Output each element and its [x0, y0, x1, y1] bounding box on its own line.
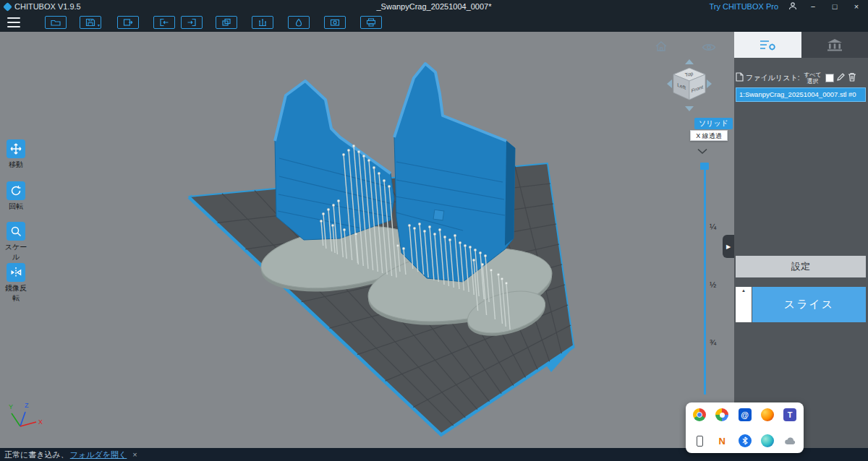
clone-model-button[interactable]: [216, 16, 237, 29]
try-pro-link[interactable]: Try CHITUBOX Pro: [709, 2, 778, 11]
rotate-icon[interactable]: [7, 181, 25, 200]
maximize-button[interactable]: □: [829, 0, 841, 13]
slice-button[interactable]: スライス: [752, 287, 866, 322]
delete-trash-icon[interactable]: [848, 72, 856, 85]
tool-move-label: 移動: [2, 160, 30, 170]
tool-move[interactable]: 移動: [2, 139, 30, 170]
onenote-n-icon[interactable]: N: [715, 434, 728, 447]
render-mode-dropdown[interactable]: X 線透過: [690, 130, 728, 141]
3d-viewport[interactable]: 移動 回転 スケール 鏡像反転: [0, 32, 734, 448]
model-fragment-cube[interactable]: [433, 210, 444, 220]
bluetooth-icon[interactable]: [739, 434, 752, 447]
clip-label-three-quarter: ¾: [710, 338, 723, 347]
view-cube-arrow-down[interactable]: [685, 106, 694, 111]
axis-y-label: Y: [9, 403, 13, 410]
select-all-checkbox[interactable]: [825, 74, 834, 82]
open-file-button[interactable]: [45, 16, 67, 29]
save-dropdown-icon[interactable]: ▾: [98, 23, 100, 27]
clip-label-quarter: ¼: [710, 223, 723, 231]
view-cube[interactable]: Top Left Front: [664, 55, 715, 114]
view-cube-arrow-left[interactable]: [667, 79, 672, 88]
axes-gizmo: Y Z X: [3, 397, 46, 437]
main-toolbar: ▾: [0, 13, 868, 32]
tool-mirror[interactable]: 鏡像反転: [2, 263, 30, 303]
axis-z-label: Z: [25, 402, 29, 409]
panel-collapse-handle[interactable]: ▶: [723, 235, 734, 258]
print-slice-button[interactable]: [360, 16, 382, 29]
move-icon[interactable]: [7, 139, 25, 158]
clip-slider-track[interactable]: [704, 165, 706, 395]
model-right[interactable]: [394, 64, 515, 282]
tab-print-settings[interactable]: [734, 32, 801, 58]
tool-rotate[interactable]: 回転: [2, 181, 30, 212]
select-all-label: すべて選択: [801, 72, 823, 85]
slider-chevron-down-icon[interactable]: [697, 145, 708, 158]
file-list-item[interactable]: 1:SwanpyCrag_20251004_0007.stl #0: [736, 87, 866, 102]
clip-label-half: ½: [710, 280, 723, 289]
menu-hamburger-icon[interactable]: [7, 17, 20, 27]
tool-mirror-label: 鏡像反転: [2, 283, 30, 303]
chrome-icon[interactable]: [693, 408, 706, 421]
teams-icon[interactable]: T: [783, 408, 796, 421]
slice-expand-toggle[interactable]: ▲: [736, 287, 752, 322]
import-model-button[interactable]: [153, 16, 175, 29]
status-message: 正常に書き込み、: [4, 449, 69, 460]
tool-scale-label: スケール: [2, 242, 30, 262]
view-cube-arrow-right[interactable]: [707, 79, 712, 88]
panel-tabs: [734, 32, 868, 58]
tool-scale[interactable]: スケール: [2, 222, 30, 262]
export-model-button[interactable]: [181, 16, 203, 29]
tab-machine-library[interactable]: [801, 32, 868, 58]
close-button[interactable]: ×: [851, 0, 862, 13]
file-list-header: ファイルリスト: すべて選択: [736, 69, 867, 87]
title-bar: CHITUBOX V1.9.5 _SwanpyCrag_20251004_000…: [0, 0, 868, 13]
3d-scene: [0, 32, 734, 448]
edge-icon[interactable]: [761, 434, 774, 447]
chitubox-window: CHITUBOX V1.9.5 _SwanpyCrag_20251004_000…: [0, 0, 868, 461]
export-file-button[interactable]: [117, 16, 139, 29]
open-folder-link[interactable]: フォルダを開く: [70, 449, 127, 460]
firefox-icon[interactable]: [761, 408, 774, 421]
axis-x-label: X: [38, 418, 43, 426]
mirror-icon[interactable]: [7, 263, 25, 282]
user-account-icon[interactable]: [788, 1, 797, 12]
app-version-label: CHITUBOX V1.9.5: [14, 2, 81, 11]
mail-at-icon[interactable]: @: [739, 408, 752, 421]
save-file-button[interactable]: ▾: [80, 16, 101, 29]
right-panel: ファイルリスト: すべて選択 1:SwanpyCrag_20251004_000…: [734, 32, 868, 448]
rename-pencil-icon[interactable]: [836, 72, 846, 85]
phone-icon[interactable]: [693, 434, 706, 447]
document-icon: [736, 72, 744, 85]
scale-icon[interactable]: [7, 222, 25, 241]
tool-rotate-label: 回転: [2, 202, 30, 212]
hollow-model-button[interactable]: [288, 16, 310, 29]
chitubox-logo-icon: [3, 2, 12, 12]
home-view-icon[interactable]: [655, 40, 668, 55]
view-cube-arrow-up[interactable]: [685, 59, 694, 64]
render-mode-tooltip: ソリッド: [694, 118, 733, 129]
cloud-icon[interactable]: [783, 434, 796, 447]
google-icon[interactable]: [715, 408, 728, 421]
visibility-eye-icon[interactable]: [702, 42, 716, 55]
settings-button[interactable]: 設定: [736, 256, 866, 277]
clip-slider-handle[interactable]: [700, 163, 709, 170]
dig-hole-button[interactable]: [324, 16, 346, 29]
file-list-label: ファイルリスト:: [746, 73, 799, 83]
status-close-icon[interactable]: ×: [132, 450, 137, 459]
system-tray-popup: @ T N: [686, 402, 804, 453]
edit-support-button[interactable]: [252, 16, 273, 29]
minimize-button[interactable]: −: [807, 0, 819, 13]
